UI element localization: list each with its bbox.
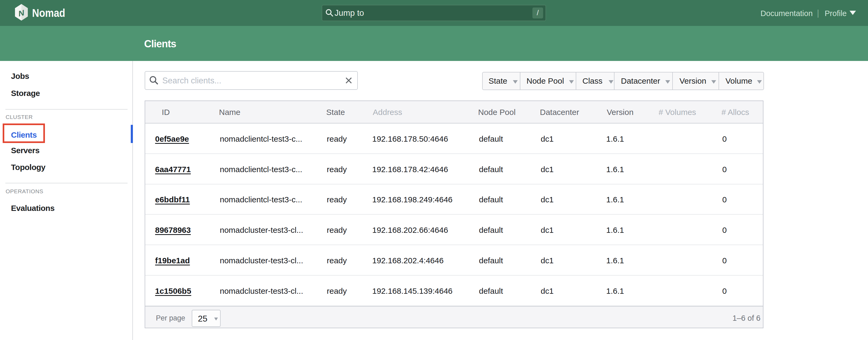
svg-text:N: N — [19, 8, 24, 18]
